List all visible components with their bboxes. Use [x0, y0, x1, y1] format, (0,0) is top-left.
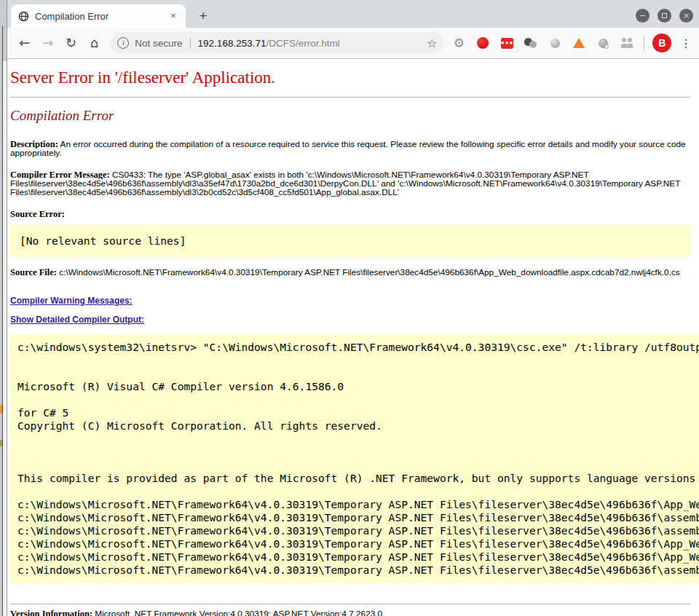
- close-button[interactable]: ×: [679, 9, 693, 23]
- ring-dot-extension-icon[interactable]: [596, 36, 610, 50]
- source-file-path: c:\Windows\Microsoft.NET\Framework64\v4.…: [59, 267, 679, 277]
- tab-close-icon[interactable]: ×: [167, 9, 180, 23]
- version-value: Microsoft .NET Framework Version:4.0.303…: [92, 609, 382, 616]
- tab-title: Compilation Error: [35, 11, 167, 22]
- globe-favicon-icon: [18, 11, 29, 22]
- tab-strip: Compilation Error × + − ×: [7, 0, 699, 28]
- new-tab-button[interactable]: +: [194, 7, 213, 25]
- reload-button[interactable]: ↻: [62, 33, 81, 52]
- compiler-warnings-link[interactable]: Compiler Warning Messages:: [10, 296, 133, 306]
- background-window-speck: [0, 405, 2, 414]
- maximize-button[interactable]: [657, 9, 671, 23]
- bookmark-star-icon[interactable]: ☆: [427, 36, 437, 50]
- extensions-row: ⚙ ●●●: [451, 36, 634, 50]
- browser-window: Compilation Error × + − × ← → ↻ ⌂ i Not …: [7, 0, 699, 616]
- description-label: Description:: [10, 140, 58, 149]
- toolbar-separator: [644, 36, 644, 50]
- url-text[interactable]: 192.168.253.71/DCFS/error.html: [198, 38, 422, 49]
- error-subtitle: Compilation Error: [10, 108, 690, 124]
- source-error-block: Source Error:: [10, 210, 690, 218]
- address-bar[interactable]: i Not secure 192.168.253.71/DCFS/error.h…: [110, 32, 444, 54]
- description-line: appropriately.: [10, 149, 690, 157]
- url-path: /DCFS/error.html: [266, 38, 339, 49]
- background-window-speck: [0, 440, 2, 446]
- people-extension-icon[interactable]: [620, 36, 634, 50]
- browser-toolbar: ← → ↻ ⌂ i Not secure 192.168.253.71/DCFS…: [7, 28, 699, 59]
- menu-kebab-icon[interactable]: ⋮: [679, 36, 693, 50]
- minimize-button[interactable]: −: [636, 9, 649, 23]
- spheres-extension-icon[interactable]: [524, 36, 538, 50]
- red-ball-extension-icon[interactable]: [475, 36, 490, 50]
- source-file-label: Source File:: [10, 267, 57, 277]
- compiler-error-block: Compiler Error Message: CS0433: The type…: [10, 170, 690, 197]
- not-secure-label: Not secure: [135, 38, 182, 49]
- sphere-extension-icon[interactable]: [548, 36, 562, 50]
- source-error-box: [No relevant source lines]: [10, 225, 690, 257]
- info-icon[interactable]: i: [117, 37, 129, 49]
- page-title: Server Error in '/fileserver' Applicatio…: [10, 69, 690, 87]
- page-viewport: Server Error in '/fileserver' Applicatio…: [7, 59, 699, 616]
- compiler-error-line: Files\fileserver\38ec4d5e\496b636f\assem…: [10, 188, 690, 197]
- gear-extension-icon[interactable]: ⚙: [451, 36, 466, 50]
- window-controls: − ×: [636, 9, 693, 23]
- compiler-output-box: c:\windows\system32\inetsrv> "C:\Windows…: [10, 334, 699, 583]
- source-file-line: Source File: c:\Windows\Microsoft.NET\Fr…: [10, 267, 690, 278]
- omnibox-separator: [190, 37, 191, 49]
- cone-extension-icon[interactable]: [572, 36, 586, 50]
- version-info: Version Information: Microsoft .NET Fram…: [10, 609, 690, 616]
- url-host: 192.168.253.71: [198, 38, 266, 49]
- compiler-error-line: CS0433: The type 'ASP.global_asax' exist…: [112, 170, 589, 179]
- footer-divider: [10, 604, 690, 604]
- back-button[interactable]: ←: [15, 33, 34, 52]
- version-label: Version Information:: [10, 609, 92, 616]
- description-line: An error occurred during the compilation…: [60, 140, 686, 149]
- error-page-content: Server Error in '/fileserver' Applicatio…: [7, 59, 699, 616]
- tab-compilation-error[interactable]: Compilation Error ×: [11, 4, 186, 28]
- forward-button[interactable]: →: [39, 33, 58, 52]
- description-block: Description: An error occurred during th…: [10, 140, 690, 157]
- red-dots-extension-icon[interactable]: ●●●: [499, 36, 514, 50]
- divider: [10, 97, 690, 98]
- detailed-output-link[interactable]: Show Detailed Compiler Output:: [10, 315, 144, 325]
- home-button[interactable]: ⌂: [84, 33, 103, 52]
- compiler-error-label: Compiler Error Message:: [10, 170, 110, 179]
- compiler-error-line: Files\fileserver\38ec4d5e\496b636f\assem…: [10, 179, 690, 188]
- profile-avatar[interactable]: B: [652, 33, 671, 52]
- source-error-label: Source Error:: [10, 209, 65, 219]
